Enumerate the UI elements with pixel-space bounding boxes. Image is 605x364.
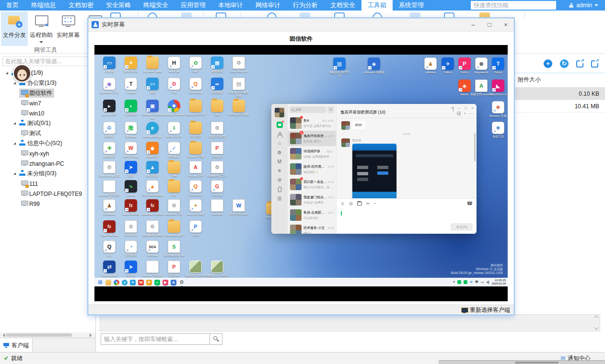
export-icon[interactable] <box>591 60 598 68</box>
horizontal-scrollbar[interactable] <box>0 332 95 338</box>
desktop-icon-密码小助手[interactable]: ✦密码小助手 <box>120 57 142 73</box>
mute-icon[interactable] <box>457 112 461 115</box>
tree-node-未分组(0/3)[interactable]: 未分组(0/3) <box>0 169 95 179</box>
refresh-icon[interactable]: ↻ <box>560 59 569 68</box>
desktop-icon-SecureCRT[interactable]: ▸SecureCRT <box>98 100 120 116</box>
wechat-window[interactable]: ☆⚙M✳⊘☰ 搜索 + 鲁A昨天 10:00张丰恒: 这两天都可以1逸辰环保加密… <box>271 104 477 234</box>
expand-icon[interactable] <box>6 72 8 74</box>
tool-文件分发[interactable]: 文件分发 <box>1 11 28 46</box>
desktop-icon-报价.pdf[interactable]: P报价.pdf <box>163 261 185 277</box>
desktop-icon-Typora[interactable]: TTypora <box>120 78 142 94</box>
desktop-icon-pShieldin-加密端[interactable]: ◈pShieldin-加密端 <box>363 57 385 74</box>
desktop-icon-TsSvd[interactable]: TTsSvd <box>487 57 508 74</box>
menu-item-行为分析[interactable]: 行为分析 <box>287 0 324 11</box>
sender-avatar[interactable] <box>341 121 350 130</box>
taskbar-app-icon[interactable]: ⊞ <box>97 280 103 285</box>
desktop-icon-Microsoft Edge[interactable]: eMicrosoft Edge <box>141 122 163 138</box>
screenshot-icon[interactable]: ✂ <box>366 201 370 206</box>
chat-list-item[interactable]: 1逸辰环保加密…10:35陈有德: [图片] <box>288 131 336 146</box>
scrollbar-thumb[interactable] <box>6 333 72 337</box>
tree-node-111[interactable]: 111 <box>0 179 95 189</box>
desktop-icon-HostCall[interactable]: HHostCall <box>163 57 185 73</box>
tree-node-R99[interactable]: R99 <box>0 199 95 209</box>
pin-icon[interactable] <box>452 107 454 109</box>
desktop-icon-Chrome 下载[interactable]: Chrome 下载 <box>185 142 207 159</box>
desktop-icon-微信dev[interactable]: 微微信dev <box>120 122 142 138</box>
chat-list-item[interactable]: 我是厦门独点…10:23只有这个有声音 <box>288 192 336 207</box>
tool-远程协助[interactable]: 远程协助 <box>28 11 55 46</box>
desktop-icon-2345 配置[interactable]: ⚙2345 配置 <box>120 220 142 237</box>
tray-icon[interactable]: ^ <box>453 281 455 284</box>
desktop-icon-Adiabitte FileZilla[interactable]: fzAdiabitte FileZilla <box>141 199 163 216</box>
menu-item-安全策略[interactable]: 安全策略 <box>100 0 137 11</box>
desktop-icon-WPS Office[interactable]: WWPS Office <box>120 142 142 159</box>
taskbar-app-icon[interactable]: ✈ <box>130 280 136 285</box>
menu-item-终端安全[interactable]: 终端安全 <box>137 0 175 11</box>
desktop-icon-共享文件[interactable]: 共享文件 <box>185 122 207 138</box>
maximize-button[interactable]: □ <box>481 18 498 32</box>
chat-list-item[interactable]: 国信-杭州昆泰…10:24知足就好 ⚠ <box>288 161 336 177</box>
desktop-icon-bin[interactable]: bin <box>163 180 185 197</box>
taskbar-app-icon[interactable] <box>114 280 119 285</box>
expand-icon[interactable] <box>13 172 16 175</box>
tree-node-win7[interactable]: win7 <box>0 98 95 108</box>
desktop-icon-aso_doc 加密[interactable]: ✦aso_doc 加密 <box>185 199 207 216</box>
desktop-icon-USB解绑-绿色版[interactable]: ⚙USB解绑-绿色版 <box>141 220 163 237</box>
chat-list-item[interactable]: 四川新一美生…10:24我们可以先测试，深圳… <box>288 177 336 192</box>
desktop-icon-VLC media player[interactable]: ▲VLC media player <box>141 180 163 200</box>
desktop-icon-aspose 文档(还原)[interactable]: aspose 文档(还原) <box>98 180 120 200</box>
tree-node-win10[interactable]: win10 <box>0 108 95 118</box>
assistant-avatar[interactable] <box>13 64 31 82</box>
chat-list-item[interactable]: 售后-合肥新云…10:21可以清仓吗 <box>288 207 336 223</box>
desktop-icon-PoTo[interactable]: PPoTo <box>185 220 207 237</box>
tree-node-测试[interactable]: 测试 <box>0 128 95 138</box>
tray-icon[interactable]: ⇄ <box>470 280 473 284</box>
chat-list-item[interactable]: 琦瑞维护群星期三QR税: 这种现象很常见… <box>288 146 336 161</box>
expand-icon[interactable] <box>13 122 16 125</box>
desktop-icon-Microsoft 工具[interactable]: ◉Microsoft 工具 <box>98 78 120 94</box>
export-icon[interactable] <box>576 60 583 68</box>
desktop-icon-dolembo 工具[interactable]: ⚙dolembo 工具 <box>163 199 185 216</box>
desktop-icon-nexus[interactable]: ∿nexus <box>120 180 142 197</box>
tree-filter-input[interactable] <box>2 57 93 66</box>
taskbar-app-icon[interactable]: P <box>146 280 152 285</box>
taskbar-app-icon[interactable]: ◗ <box>154 280 160 285</box>
chats-icon[interactable] <box>277 122 283 128</box>
expand-icon[interactable] <box>13 142 16 145</box>
desktop-icon-FeiQ[interactable]: ✿FeiQ <box>185 57 207 73</box>
tree-node-办公室(1/3)[interactable]: 办公室(1/3) <box>0 78 95 88</box>
desktop-icon-截图助手[interactable]: ▦截图助手 <box>206 57 228 73</box>
send-button[interactable]: 发送(S) <box>451 223 473 231</box>
tree-node-LAPTOP-LF6Q0TE9[interactable]: LAPTOP-LF6Q0TE9 <box>0 189 95 199</box>
desktop-icon-Everything.ini[interactable]: ⚙Everything.ini <box>228 57 250 73</box>
desktop-icon-USB解绑定工具[interactable]: ⚙USB解绑定工具 <box>206 161 228 178</box>
tool-实时屏幕[interactable]: 实时屏幕 <box>55 11 81 46</box>
contacts-icon[interactable] <box>277 132 282 137</box>
keyword-search-input[interactable] <box>101 333 210 345</box>
menu-item-工具箱[interactable]: 工具箱 <box>361 0 393 11</box>
desktop-icon-QQ[interactable]: QQQ <box>98 240 120 257</box>
minimize-button[interactable]: – <box>458 106 460 110</box>
taskbar-app-icon[interactable]: W <box>138 280 144 285</box>
desktop-icon-dc4.exe[interactable]: DC4dc4.exe <box>141 240 163 257</box>
desktop-icon-aspose 文档(新)[interactable]: aspose 文档(新) <box>141 261 163 277</box>
dialog-title-bar[interactable]: 实时屏幕 – □ × <box>88 18 514 32</box>
desktop-icon-Step FileZilla[interactable]: fzStep FileZilla <box>120 199 142 216</box>
tray-app-icon[interactable] <box>464 280 467 284</box>
desktop-icon-佳能打印设置[interactable]: ⚙佳能打印设置 <box>206 122 228 138</box>
desktop-icon-ChatBots[interactable]: ♟ChatBots <box>98 199 120 216</box>
desktop-icon-upgrade_pack[interactable]: upgrade_pack <box>141 57 163 73</box>
desktop-icon-企业微信[interactable]: ◗企业微信 <box>120 100 142 116</box>
chat-list-item[interactable]: 鲁A昨天 10:00张丰恒: 这两天都可以 <box>288 115 336 131</box>
tray-icon[interactable]: ▭ <box>481 280 484 284</box>
sender-avatar[interactable] <box>341 138 350 147</box>
desktop-icon-资料[interactable]: 资料 <box>163 161 185 178</box>
menu-item-文档安全[interactable]: 文档安全 <box>324 0 361 11</box>
message-input-zone[interactable]: ☺ ⊙ ✂ ☎ 发送(S) <box>337 198 477 234</box>
rail-icon[interactable]: ✳ <box>278 169 281 173</box>
desktop-icon-MELDVGtr-ul[interactable]: ◣MELDVGtr-ul <box>487 80 508 96</box>
remote-screen-view[interactable]: ▭此电脑✦密码小助手upgrade_packHHostCall✿FeiQ▦截图助… <box>94 45 508 301</box>
desktop-icon-向日葵11[interactable]: ▲向日葵11 <box>141 161 163 178</box>
scroll-left-icon[interactable] <box>1 333 5 337</box>
wechat-avatar[interactable] <box>275 108 284 117</box>
